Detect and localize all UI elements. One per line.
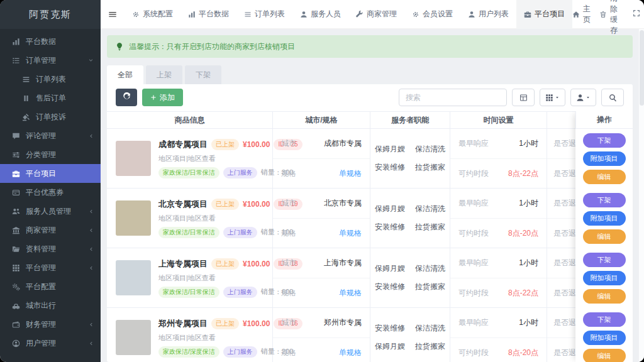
offline-button[interactable]: 下架 bbox=[583, 133, 626, 148]
topnav-item-label: 平台数据 bbox=[199, 9, 229, 19]
offline-button[interactable]: 下架 bbox=[583, 193, 626, 207]
sidebar-item-staff-mgmt[interactable]: 服务人员管理 bbox=[0, 202, 101, 221]
tab-offline[interactable]: 下架 bbox=[185, 65, 221, 84]
topnav-item-member-settings[interactable]: 会员设置 bbox=[404, 0, 460, 29]
sidebar-item-finance-mgmt[interactable]: 财务管理 bbox=[0, 315, 101, 334]
pause-icon bbox=[21, 94, 31, 102]
sidebar-item-material-mgmt[interactable]: 资料管理 bbox=[0, 239, 101, 258]
display-toggle-button[interactable] bbox=[512, 89, 535, 106]
field-label: 规格 bbox=[281, 168, 296, 179]
sidebar-item-comment-mgmt[interactable]: 评论管理 bbox=[0, 126, 101, 145]
edit-button[interactable]: 编辑 bbox=[583, 170, 626, 184]
field-label: 可约时段 bbox=[458, 168, 489, 179]
role-label: 拉货搬家 bbox=[415, 341, 445, 352]
refresh-button[interactable] bbox=[116, 89, 137, 106]
earliest-response-value: 1小时 bbox=[519, 317, 538, 328]
list-icon bbox=[11, 57, 21, 65]
status-badge: 已上架 bbox=[211, 139, 239, 150]
product-title: 成都专属项目 bbox=[158, 139, 208, 150]
sidebar-item-platform-items[interactable]: 平台项目 bbox=[0, 164, 101, 183]
edit-button[interactable]: 编辑 bbox=[583, 229, 626, 244]
topnav-item-system-config[interactable]: 系统配置 bbox=[125, 0, 180, 29]
sidebar-item-label: 资料管理 bbox=[26, 244, 56, 255]
sidebar-item-city-travel[interactable]: 城市出行 bbox=[0, 296, 101, 315]
actions-cell: 下架附加项目编辑 bbox=[575, 248, 633, 308]
sidebar-item-order-complaint[interactable]: 订单投诉 bbox=[0, 107, 101, 126]
field-label: 可约时段 bbox=[458, 228, 489, 239]
sidebar-item-order-mgmt[interactable]: 订单管理 bbox=[0, 51, 101, 70]
edit-button[interactable]: 编辑 bbox=[583, 289, 626, 304]
spec-link[interactable]: 单规格 bbox=[339, 168, 362, 179]
offline-button[interactable]: 下架 bbox=[583, 312, 626, 327]
spec-link[interactable]: 单规格 bbox=[339, 348, 362, 358]
clear-cache-link[interactable]: 清除缓存 bbox=[599, 0, 624, 36]
sidebar-item-platform-data[interactable]: 平台数据 bbox=[0, 32, 101, 51]
topnav-item-merchant-mgmt[interactable]: 商家管理 bbox=[348, 0, 404, 29]
columns-button[interactable] bbox=[540, 89, 565, 106]
sidebar-item-label: 订单管理 bbox=[26, 55, 56, 66]
add-button[interactable]: 添加 bbox=[142, 89, 183, 106]
topnav-item-platform-items[interactable]: 平台项目 bbox=[516, 0, 572, 29]
export-button[interactable] bbox=[570, 89, 596, 106]
role-label: 保姆月嫂 bbox=[375, 144, 405, 155]
refresh-icon bbox=[123, 92, 131, 102]
field-label: 是否退 bbox=[553, 348, 576, 358]
topnav-item-user-list[interactable]: 用户列表 bbox=[460, 0, 516, 29]
role-label: 拉货搬家 bbox=[415, 162, 445, 173]
gear-icon bbox=[412, 11, 419, 18]
lines-icon bbox=[21, 75, 31, 84]
sidebar-item-platform-mgmt[interactable]: 平台管理 bbox=[0, 258, 101, 277]
sidebar-item-aftersale-order[interactable]: 售后订单 bbox=[0, 89, 101, 107]
field-label: 最早响应 bbox=[458, 198, 489, 209]
search-button[interactable] bbox=[601, 89, 624, 106]
sidebar-item-platform-config[interactable]: 平台配置 bbox=[0, 277, 101, 296]
search-input[interactable] bbox=[399, 89, 507, 106]
topnav-item-platform-data[interactable]: 平台数据 bbox=[180, 0, 236, 29]
product-subtitle: 地区项目|地区查看 bbox=[158, 273, 266, 283]
fullscreen-button[interactable] bbox=[633, 9, 640, 19]
addon-project-button[interactable]: 附加项目 bbox=[583, 331, 626, 345]
topnav-item-label: 会员设置 bbox=[423, 9, 453, 19]
sidebar-item-category-mgmt[interactable]: 分类管理 bbox=[0, 145, 101, 164]
field-label: 城市 bbox=[281, 258, 296, 268]
field-label: 是否退 bbox=[553, 228, 576, 239]
sidebar-item-merchant-mgmt[interactable]: 商家管理 bbox=[0, 221, 101, 239]
home-link[interactable]: 主页 bbox=[572, 4, 591, 25]
comment-icon bbox=[11, 132, 21, 140]
topnav-item-service-staff[interactable]: 服务人员 bbox=[292, 0, 348, 29]
addon-project-button[interactable]: 附加项目 bbox=[583, 211, 626, 226]
role-label: 保洁清洗 bbox=[415, 144, 445, 155]
offline-button[interactable]: 下架 bbox=[583, 253, 626, 267]
scrollbar-thumb[interactable] bbox=[640, 30, 644, 106]
content: 温馨提示：只有开启到店功能的商家到店核销项目 全部上架下架 添加 bbox=[101, 29, 644, 362]
sidebar-item-order-list[interactable]: 订单列表 bbox=[0, 70, 101, 89]
scrollbar[interactable] bbox=[638, 29, 644, 362]
tab-all[interactable]: 全部 bbox=[107, 65, 143, 84]
briefcase-icon bbox=[524, 11, 531, 18]
chevron-left-icon bbox=[88, 341, 94, 346]
gavel-icon bbox=[21, 113, 31, 121]
toolbar: 添加 bbox=[107, 84, 633, 111]
brand: 阿贾克斯 bbox=[0, 0, 101, 29]
sidebar-item-platform-coupon[interactable]: 平台优惠券 bbox=[0, 183, 101, 202]
plus-icon bbox=[150, 94, 157, 101]
gear-icon bbox=[132, 11, 140, 18]
spec-link[interactable]: 单规格 bbox=[339, 288, 362, 299]
tab-online[interactable]: 上架 bbox=[146, 65, 182, 84]
trash-icon bbox=[599, 11, 607, 18]
menu-toggle-icon[interactable] bbox=[101, 10, 125, 19]
edit-button[interactable]: 编辑 bbox=[583, 349, 626, 362]
addon-project-button[interactable]: 附加项目 bbox=[583, 151, 626, 166]
toolbar-right bbox=[399, 89, 624, 106]
topnav-item-order-list[interactable]: 订单列表 bbox=[236, 0, 292, 29]
sidebar-item-label: 财务管理 bbox=[26, 319, 56, 330]
spec-link[interactable]: 单规格 bbox=[339, 228, 362, 239]
addon-project-button[interactable]: 附加项目 bbox=[583, 271, 626, 285]
app-window: 阿贾克斯 平台数据订单管理订单列表售后订单订单投诉评论管理分类管理平台项目平台优… bbox=[0, 0, 644, 362]
sidebar-item-user-mgmt[interactable]: 用户管理 bbox=[0, 334, 101, 353]
topnav-item-label: 用户列表 bbox=[479, 9, 509, 19]
product-title: 北京专属项目 bbox=[158, 199, 208, 210]
sidebar-item-label: 平台数据 bbox=[26, 36, 56, 47]
table-row: 北京专属项目已上架¥100.00ID：19地区项目|地区查看家政保洁/日常保洁上… bbox=[107, 189, 633, 248]
chart-icon bbox=[11, 38, 21, 46]
